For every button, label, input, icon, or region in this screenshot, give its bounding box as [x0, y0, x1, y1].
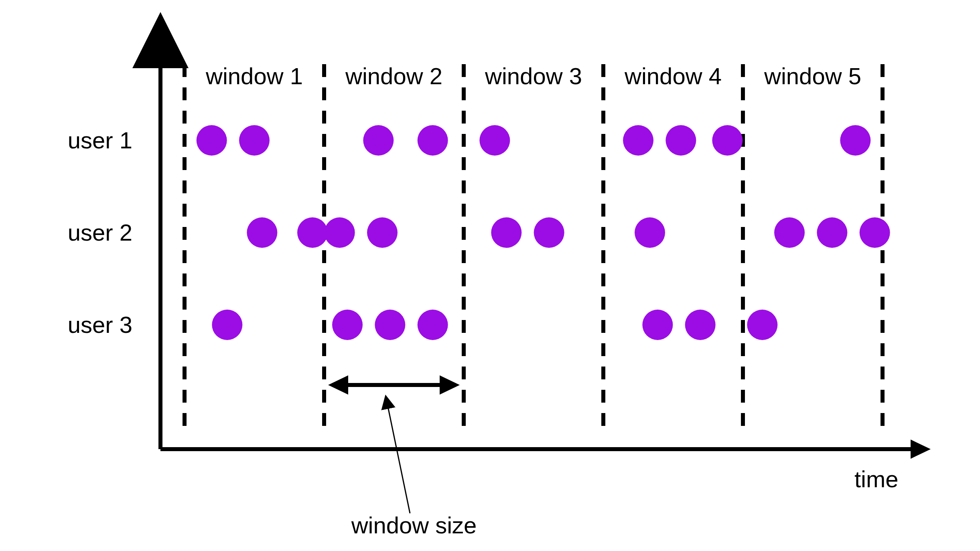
- svg-marker-5: [328, 375, 348, 395]
- event-dot: [418, 310, 448, 340]
- event-dot: [860, 217, 890, 248]
- window-label: window 2: [345, 63, 442, 89]
- window-label: window 5: [764, 63, 861, 89]
- leader-line: [386, 397, 410, 513]
- x-axis-label: time: [854, 466, 899, 492]
- windowing-diagram: time window 1window 2window 3window 4win…: [0, 0, 980, 551]
- event-dot: [367, 217, 398, 248]
- user-label: user 2: [68, 219, 132, 245]
- event-dot: [747, 310, 777, 340]
- event-dot: [197, 125, 227, 156]
- event-dot: [642, 310, 673, 340]
- event-dot: [479, 125, 510, 156]
- svg-marker-4: [911, 440, 931, 459]
- svg-marker-6: [440, 375, 460, 395]
- event-dot: [239, 125, 270, 156]
- window-label: window 4: [624, 63, 722, 89]
- window-label: window 3: [485, 63, 582, 89]
- event-dot: [363, 125, 394, 156]
- event-dot: [375, 310, 405, 340]
- event-dot: [623, 125, 653, 156]
- event-dot: [817, 217, 847, 248]
- event-dot: [418, 125, 448, 156]
- user-label: user 3: [68, 312, 132, 338]
- svg-marker-2: [151, 20, 170, 40]
- x-axis: [160, 440, 931, 459]
- event-dot: [534, 217, 564, 248]
- event-dot: [635, 217, 665, 248]
- event-dot: [297, 217, 328, 248]
- user-label: user 1: [68, 127, 132, 153]
- event-dot: [491, 217, 521, 248]
- window-label: window 1: [205, 63, 303, 89]
- event-dot: [247, 217, 277, 248]
- event-dot: [332, 310, 363, 340]
- event-dot: [666, 125, 696, 156]
- event-dot: [685, 310, 716, 340]
- event-dot: [712, 125, 743, 156]
- event-dot: [774, 217, 805, 248]
- window-size-label: window size: [351, 512, 477, 538]
- event-dot: [325, 217, 355, 248]
- event-dot: [840, 125, 870, 156]
- event-dot: [212, 310, 242, 340]
